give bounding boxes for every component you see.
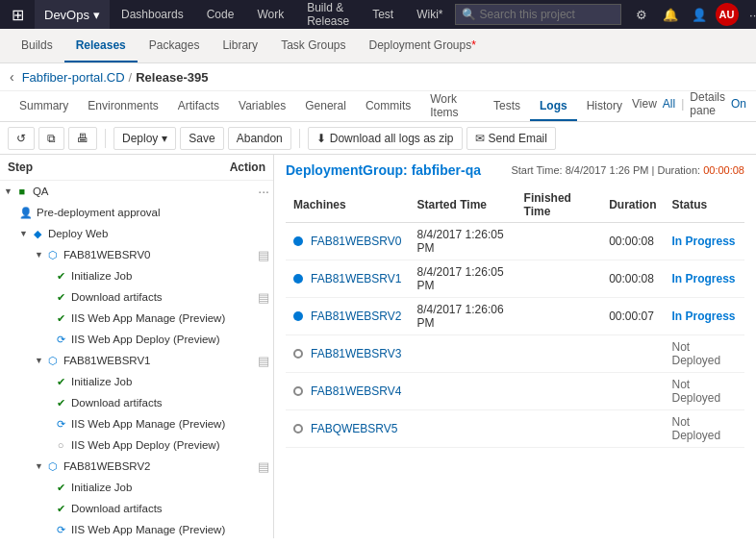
tree-item-dl-artifacts-0[interactable]: ✔ Download artifacts ▤ xyxy=(0,286,273,308)
details-pane-on-link[interactable]: On xyxy=(731,97,746,111)
user-icon[interactable]: 👤 xyxy=(687,2,712,27)
machine-name[interactable]: FAB81WEBSRV0 xyxy=(311,235,402,248)
started-time-cell xyxy=(410,410,517,448)
right-panel: DeploymentGroup: fabfiber-qa Start Time:… xyxy=(274,155,756,538)
email-icon: ✉ xyxy=(475,132,485,145)
nav-test[interactable]: Test xyxy=(361,0,405,29)
machine-cell[interactable]: FAB81WEBSRV2 xyxy=(286,298,410,335)
tree-item-qa[interactable]: ▼ ■ QA ··· xyxy=(0,181,273,202)
finished-time-cell xyxy=(517,335,602,373)
view-all-link[interactable]: All xyxy=(663,97,675,111)
abandon-button[interactable]: Abandon xyxy=(228,127,291,150)
subnav-deployment-groups[interactable]: Deployment Groups* xyxy=(357,29,487,62)
fab81wsrv1-chevron[interactable]: ▼ xyxy=(35,356,43,365)
deploy-label: Deploy xyxy=(122,132,158,145)
subnav-library[interactable]: Library xyxy=(211,29,269,62)
nav-code[interactable]: Code xyxy=(195,0,246,29)
tree-item-dl-artifacts-2[interactable]: ✔ Download artifacts xyxy=(0,498,273,519)
tab-logs[interactable]: Logs xyxy=(530,91,577,121)
subnav-task-groups[interactable]: Task Groups xyxy=(269,29,357,62)
tab-artifacts[interactable]: Artifacts xyxy=(168,91,229,121)
tree-item-dl-artifacts-1[interactable]: ✔ Download artifacts xyxy=(0,392,273,413)
status-cell: In Progress xyxy=(665,223,745,260)
tab-summary[interactable]: Summary xyxy=(10,91,78,121)
fab81wsrv0-chevron[interactable]: ▼ xyxy=(35,250,43,260)
machine-name[interactable]: FAB81WEBSRV3 xyxy=(311,347,402,360)
deploy-web-chevron[interactable]: ▼ xyxy=(19,229,28,238)
status-cell: Not Deployed xyxy=(665,410,745,448)
save-button[interactable]: Save xyxy=(180,127,223,150)
tab-commits[interactable]: Commits xyxy=(356,91,420,121)
init-job-0-icon: ✔ xyxy=(54,269,67,283)
devops-brand[interactable]: DevOps ▾ xyxy=(35,0,110,29)
tree-item-init-job-1[interactable]: ✔ Initialize Job xyxy=(0,371,273,392)
refresh-icon: ↺ xyxy=(16,132,26,145)
settings-icon[interactable]: ⚙ xyxy=(629,2,654,27)
machine-cell[interactable]: FAB81WEBSRV4 xyxy=(286,373,410,410)
back-arrow-icon[interactable]: ‹ xyxy=(10,69,14,85)
nav-build-release[interactable]: Build & Release xyxy=(295,0,361,29)
dl-artifacts-2-label: Download artifacts xyxy=(71,503,269,514)
machine-name[interactable]: FAB81WEBSRV1 xyxy=(311,272,402,285)
tree-item-fab81wsrv0[interactable]: ▼ ⬡ FAB81WEBSRV0 ▤ xyxy=(0,244,273,265)
fab81wsrv2-chevron[interactable]: ▼ xyxy=(35,461,43,471)
tree-item-iis-deploy-0[interactable]: ⟳ IIS Web App Deploy (Preview) xyxy=(0,329,273,350)
qa-chevron[interactable]: ▼ xyxy=(4,186,13,196)
deploy-button[interactable]: Deploy ▾ xyxy=(113,127,176,150)
nav-work[interactable]: Work xyxy=(245,0,295,29)
tree-item-pre-deploy[interactable]: 👤 Pre-deployment approval xyxy=(0,202,273,223)
tree-item-iis-manage-2[interactable]: ⟳ IIS Web App Manage (Preview) xyxy=(0,519,273,538)
finished-time-cell xyxy=(517,223,602,260)
breadcrumb-current: Release-395 xyxy=(136,70,208,85)
tab-history[interactable]: History xyxy=(577,91,632,121)
machine-cell[interactable]: FAB81WEBSRV0 xyxy=(286,223,410,260)
tree-item-iis-deploy-1[interactable]: ○ IIS Web App Deploy (Preview) xyxy=(0,434,273,456)
machine-name[interactable]: FAB81WEBSRV2 xyxy=(311,310,402,323)
machine-name[interactable]: FABQWEBSRV5 xyxy=(311,422,397,435)
search-box[interactable]: 🔍 xyxy=(455,4,621,25)
nav-wiki[interactable]: Wiki* xyxy=(405,0,454,29)
started-time-cell xyxy=(410,373,517,410)
machine-name[interactable]: FAB81WEBSRV4 xyxy=(311,384,402,398)
machine-cell[interactable]: FABQWEBSRV5 xyxy=(286,410,410,448)
iis-manage-2-label: IIS Web App Manage (Preview) xyxy=(71,524,269,535)
abandon-label: Abandon xyxy=(237,132,283,145)
tree-item-fab81wsrv1[interactable]: ▼ ⬡ FAB81WEBSRV1 ▤ xyxy=(0,350,273,371)
copy-button[interactable]: ⧉ xyxy=(38,127,64,150)
tab-general[interactable]: General xyxy=(295,91,356,121)
tab-tests[interactable]: Tests xyxy=(484,91,530,121)
tab-variables[interactable]: Variables xyxy=(229,91,295,121)
tree-item-fab81wsrv2[interactable]: ▼ ⬡ FAB81WEBSRV2 ▤ xyxy=(0,456,273,477)
tree-item-init-job-0[interactable]: ✔ Initialize Job xyxy=(0,265,273,286)
tree-item-init-job-2[interactable]: ✔ Initialize Job xyxy=(0,477,273,498)
subnav-packages[interactable]: Packages xyxy=(138,29,212,62)
details-pane-label: Details pane xyxy=(690,90,725,117)
tab-bar: Summary Environments Artifacts Variables… xyxy=(0,91,756,122)
tree-item-iis-manage-1[interactable]: ⟳ IIS Web App Manage (Preview) xyxy=(0,413,273,434)
machine-cell[interactable]: FAB81WEBSRV3 xyxy=(286,335,410,373)
avatar[interactable]: AU xyxy=(716,3,739,26)
subnav-releases[interactable]: Releases xyxy=(64,29,138,62)
more-icon[interactable]: ··· xyxy=(743,2,756,27)
machine-cell[interactable]: FAB81WEBSRV1 xyxy=(286,260,410,298)
app-logo[interactable]: ⊞ xyxy=(0,0,35,29)
fab81wsrv1-action: ▤ xyxy=(258,354,269,368)
refresh-button[interactable]: ↺ xyxy=(8,127,35,150)
qa-action[interactable]: ··· xyxy=(258,184,269,199)
deploy-web-icon: ◆ xyxy=(31,227,44,240)
table-row: FAB81WEBSRV3 Not Deployed xyxy=(286,335,744,373)
print-button[interactable]: 🖶 xyxy=(68,127,97,150)
tab-environments[interactable]: Environments xyxy=(78,91,167,121)
tree-item-deploy-web[interactable]: ▼ ◆ Deploy Web xyxy=(0,223,273,244)
search-input[interactable] xyxy=(480,8,615,21)
nav-dashboards[interactable]: Dashboards xyxy=(110,0,195,29)
subnav-builds[interactable]: Builds xyxy=(10,29,64,62)
notification-icon[interactable]: 🔔 xyxy=(658,2,683,27)
dl-artifacts-1-icon: ✔ xyxy=(54,396,67,409)
send-email-button[interactable]: ✉ Send Email xyxy=(466,127,556,150)
tab-work-items[interactable]: Work Items xyxy=(420,91,484,121)
breadcrumb-parent[interactable]: Fabfiber-portal.CD xyxy=(22,70,125,85)
tree-item-iis-manage-0[interactable]: ✔ IIS Web App Manage (Preview) xyxy=(0,308,273,329)
download-logs-button[interactable]: ⬇ Download all logs as zip xyxy=(308,127,463,150)
started-time-cell: 8/4/2017 1:26:06 PM xyxy=(410,298,517,335)
